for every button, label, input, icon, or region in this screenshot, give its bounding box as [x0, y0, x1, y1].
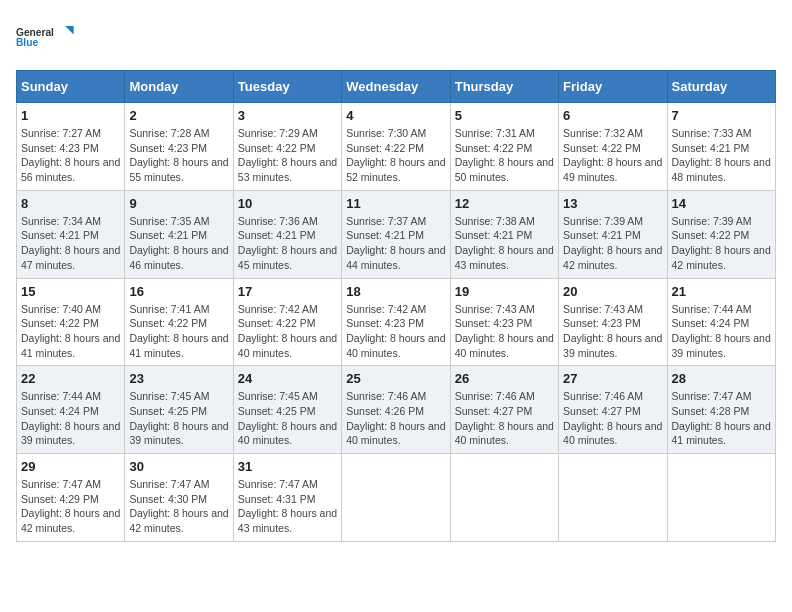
calendar-week-row: 15 Sunrise: 7:40 AM Sunset: 4:22 PM Dayl…	[17, 278, 776, 366]
calendar-cell: 5 Sunrise: 7:31 AM Sunset: 4:22 PM Dayli…	[450, 103, 558, 191]
svg-text:Blue: Blue	[16, 37, 38, 48]
daylight-label: Daylight: 8 hours and 56 minutes.	[21, 156, 120, 183]
day-number: 17	[238, 284, 337, 299]
day-number: 3	[238, 108, 337, 123]
day-info: Sunrise: 7:29 AM Sunset: 4:22 PM Dayligh…	[238, 126, 337, 185]
day-info: Sunrise: 7:39 AM Sunset: 4:21 PM Dayligh…	[563, 214, 662, 273]
sunrise-label: Sunrise: 7:32 AM	[563, 127, 643, 139]
sunrise-label: Sunrise: 7:42 AM	[346, 303, 426, 315]
daylight-label: Daylight: 8 hours and 40 minutes.	[346, 332, 445, 359]
sunrise-label: Sunrise: 7:47 AM	[129, 478, 209, 490]
day-number: 13	[563, 196, 662, 211]
sunset-label: Sunset: 4:29 PM	[21, 493, 99, 505]
sunset-label: Sunset: 4:21 PM	[672, 142, 750, 154]
sunset-label: Sunset: 4:30 PM	[129, 493, 207, 505]
sunrise-label: Sunrise: 7:38 AM	[455, 215, 535, 227]
calendar-cell: 17 Sunrise: 7:42 AM Sunset: 4:22 PM Dayl…	[233, 278, 341, 366]
day-info: Sunrise: 7:31 AM Sunset: 4:22 PM Dayligh…	[455, 126, 554, 185]
sunset-label: Sunset: 4:22 PM	[563, 142, 641, 154]
calendar-cell: 13 Sunrise: 7:39 AM Sunset: 4:21 PM Dayl…	[559, 190, 667, 278]
calendar-cell: 23 Sunrise: 7:45 AM Sunset: 4:25 PM Dayl…	[125, 366, 233, 454]
sunrise-label: Sunrise: 7:43 AM	[455, 303, 535, 315]
calendar-cell: 8 Sunrise: 7:34 AM Sunset: 4:21 PM Dayli…	[17, 190, 125, 278]
daylight-label: Daylight: 8 hours and 41 minutes.	[129, 332, 228, 359]
sunset-label: Sunset: 4:22 PM	[672, 229, 750, 241]
sunset-label: Sunset: 4:23 PM	[129, 142, 207, 154]
sunrise-label: Sunrise: 7:46 AM	[563, 390, 643, 402]
daylight-label: Daylight: 8 hours and 43 minutes.	[238, 507, 337, 534]
sunset-label: Sunset: 4:25 PM	[238, 405, 316, 417]
calendar-week-row: 22 Sunrise: 7:44 AM Sunset: 4:24 PM Dayl…	[17, 366, 776, 454]
sunset-label: Sunset: 4:23 PM	[563, 317, 641, 329]
calendar-cell: 31 Sunrise: 7:47 AM Sunset: 4:31 PM Dayl…	[233, 454, 341, 542]
sunset-label: Sunset: 4:27 PM	[455, 405, 533, 417]
day-number: 23	[129, 371, 228, 386]
calendar-header-thursday: Thursday	[450, 71, 558, 103]
day-number: 9	[129, 196, 228, 211]
day-number: 2	[129, 108, 228, 123]
sunset-label: Sunset: 4:27 PM	[563, 405, 641, 417]
logo-svg: General Blue	[16, 16, 76, 60]
day-number: 7	[672, 108, 771, 123]
calendar-cell: 24 Sunrise: 7:45 AM Sunset: 4:25 PM Dayl…	[233, 366, 341, 454]
calendar-week-row: 1 Sunrise: 7:27 AM Sunset: 4:23 PM Dayli…	[17, 103, 776, 191]
day-info: Sunrise: 7:42 AM Sunset: 4:23 PM Dayligh…	[346, 302, 445, 361]
svg-marker-2	[65, 26, 73, 34]
day-number: 6	[563, 108, 662, 123]
daylight-label: Daylight: 8 hours and 42 minutes.	[129, 507, 228, 534]
calendar-cell: 22 Sunrise: 7:44 AM Sunset: 4:24 PM Dayl…	[17, 366, 125, 454]
calendar-cell: 25 Sunrise: 7:46 AM Sunset: 4:26 PM Dayl…	[342, 366, 450, 454]
day-info: Sunrise: 7:43 AM Sunset: 4:23 PM Dayligh…	[563, 302, 662, 361]
sunset-label: Sunset: 4:31 PM	[238, 493, 316, 505]
day-info: Sunrise: 7:46 AM Sunset: 4:27 PM Dayligh…	[563, 389, 662, 448]
daylight-label: Daylight: 8 hours and 40 minutes.	[238, 420, 337, 447]
sunset-label: Sunset: 4:26 PM	[346, 405, 424, 417]
calendar-table: SundayMondayTuesdayWednesdayThursdayFrid…	[16, 70, 776, 542]
sunrise-label: Sunrise: 7:47 AM	[238, 478, 318, 490]
daylight-label: Daylight: 8 hours and 39 minutes.	[563, 332, 662, 359]
calendar-cell: 27 Sunrise: 7:46 AM Sunset: 4:27 PM Dayl…	[559, 366, 667, 454]
daylight-label: Daylight: 8 hours and 55 minutes.	[129, 156, 228, 183]
calendar-cell: 30 Sunrise: 7:47 AM Sunset: 4:30 PM Dayl…	[125, 454, 233, 542]
sunrise-label: Sunrise: 7:35 AM	[129, 215, 209, 227]
day-info: Sunrise: 7:45 AM Sunset: 4:25 PM Dayligh…	[238, 389, 337, 448]
daylight-label: Daylight: 8 hours and 42 minutes.	[563, 244, 662, 271]
calendar-cell: 11 Sunrise: 7:37 AM Sunset: 4:21 PM Dayl…	[342, 190, 450, 278]
calendar-cell: 18 Sunrise: 7:42 AM Sunset: 4:23 PM Dayl…	[342, 278, 450, 366]
calendar-cell: 20 Sunrise: 7:43 AM Sunset: 4:23 PM Dayl…	[559, 278, 667, 366]
sunrise-label: Sunrise: 7:46 AM	[455, 390, 535, 402]
sunrise-label: Sunrise: 7:43 AM	[563, 303, 643, 315]
sunrise-label: Sunrise: 7:39 AM	[563, 215, 643, 227]
calendar-header-wednesday: Wednesday	[342, 71, 450, 103]
day-info: Sunrise: 7:46 AM Sunset: 4:27 PM Dayligh…	[455, 389, 554, 448]
sunrise-label: Sunrise: 7:31 AM	[455, 127, 535, 139]
day-number: 20	[563, 284, 662, 299]
day-info: Sunrise: 7:33 AM Sunset: 4:21 PM Dayligh…	[672, 126, 771, 185]
calendar-cell: 1 Sunrise: 7:27 AM Sunset: 4:23 PM Dayli…	[17, 103, 125, 191]
sunrise-label: Sunrise: 7:29 AM	[238, 127, 318, 139]
calendar-cell: 15 Sunrise: 7:40 AM Sunset: 4:22 PM Dayl…	[17, 278, 125, 366]
calendar-cell	[667, 454, 775, 542]
daylight-label: Daylight: 8 hours and 42 minutes.	[672, 244, 771, 271]
day-info: Sunrise: 7:44 AM Sunset: 4:24 PM Dayligh…	[21, 389, 120, 448]
daylight-label: Daylight: 8 hours and 53 minutes.	[238, 156, 337, 183]
calendar-cell: 19 Sunrise: 7:43 AM Sunset: 4:23 PM Dayl…	[450, 278, 558, 366]
calendar-cell: 7 Sunrise: 7:33 AM Sunset: 4:21 PM Dayli…	[667, 103, 775, 191]
day-info: Sunrise: 7:32 AM Sunset: 4:22 PM Dayligh…	[563, 126, 662, 185]
calendar-cell: 29 Sunrise: 7:47 AM Sunset: 4:29 PM Dayl…	[17, 454, 125, 542]
daylight-label: Daylight: 8 hours and 47 minutes.	[21, 244, 120, 271]
page-header: General Blue	[16, 16, 776, 60]
day-number: 14	[672, 196, 771, 211]
sunrise-label: Sunrise: 7:44 AM	[21, 390, 101, 402]
calendar-cell: 16 Sunrise: 7:41 AM Sunset: 4:22 PM Dayl…	[125, 278, 233, 366]
sunset-label: Sunset: 4:24 PM	[672, 317, 750, 329]
daylight-label: Daylight: 8 hours and 40 minutes.	[346, 420, 445, 447]
daylight-label: Daylight: 8 hours and 42 minutes.	[21, 507, 120, 534]
sunrise-label: Sunrise: 7:30 AM	[346, 127, 426, 139]
sunset-label: Sunset: 4:22 PM	[21, 317, 99, 329]
sunrise-label: Sunrise: 7:37 AM	[346, 215, 426, 227]
sunrise-label: Sunrise: 7:39 AM	[672, 215, 752, 227]
sunset-label: Sunset: 4:21 PM	[346, 229, 424, 241]
sunrise-label: Sunrise: 7:40 AM	[21, 303, 101, 315]
sunrise-label: Sunrise: 7:34 AM	[21, 215, 101, 227]
